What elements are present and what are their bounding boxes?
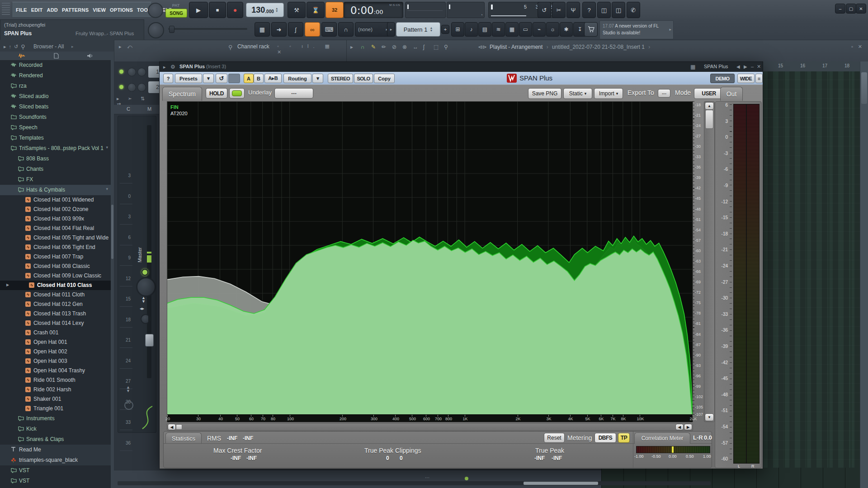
hscroll-thumb[interactable] (176, 424, 182, 430)
browser-item[interactable]: Closed Hat 011 Cloth (0, 290, 111, 300)
playlist-delete-icon[interactable]: ⊘ (392, 44, 396, 50)
menu-item-edit[interactable]: EDIT (31, 7, 43, 13)
browser-item[interactable]: Recorded (0, 60, 111, 70)
channel-button[interactable]: 2 (148, 81, 160, 93)
browser-item[interactable]: VST (0, 465, 111, 476)
redo-button-disabled[interactable] (228, 74, 240, 83)
spectrum-hscrollbar[interactable]: ◀ ◀ ▶ (167, 423, 693, 431)
tempo-display[interactable]: 130.000 ▲▼ (246, 3, 284, 17)
browser-item[interactable]: Chants (0, 164, 111, 174)
rack-swap-icon[interactable]: ⤺ (127, 44, 132, 50)
playlist-menu-icon[interactable]: ▸ (350, 44, 353, 50)
expanded-chevron-icon[interactable]: ▾ (106, 187, 108, 191)
browser-item[interactable]: Closed Hat 001 Widened (0, 195, 111, 205)
plugin-titlebar[interactable]: ▸ ⚙ SPAN Plus (Insert 3) ▦ SPAN Plus ◀ ▶… (160, 62, 763, 72)
one-click-audio-button[interactable]: ➜ (271, 22, 287, 37)
preset-a-button[interactable]: A (244, 74, 254, 83)
static-button[interactable]: Static▾ (563, 88, 592, 99)
wide-button[interactable]: WIDE (737, 74, 755, 83)
playlist-file[interactable]: untitled_2022-07-20 21-52-08_Insert 1 (552, 44, 645, 50)
browser-item[interactable]: Ride 001 Smooth (0, 375, 111, 385)
channel-led[interactable] (119, 85, 123, 89)
statistics-tab[interactable]: Statistics (165, 432, 202, 444)
browser-item[interactable]: Closed Hat 009 Low Classic (0, 271, 111, 281)
hscroll-left-button[interactable]: ◀ (168, 424, 176, 430)
monitor-button[interactable]: ▦ (255, 22, 270, 37)
pat-song-switch[interactable]: PAT SONG (165, 2, 186, 17)
rack-more-button[interactable]: ... (425, 473, 429, 479)
vscroll-down-button[interactable]: ▼ (705, 413, 714, 421)
browser-item[interactable]: Open Hat 001 (0, 338, 111, 347)
browser-item[interactable]: Crash 001 (0, 328, 111, 338)
rack-title[interactable]: Channel rack (237, 43, 269, 50)
plugin-detach-icon[interactable]: – (751, 64, 754, 69)
reset-button[interactable]: Reset (544, 433, 565, 443)
browser-scrollbar-thumb[interactable] (111, 205, 113, 259)
pat-mode-label[interactable]: PAT (167, 2, 184, 9)
browser-item[interactable]: Hats & Cymbals▾ (0, 185, 111, 195)
add-pattern-button[interactable]: + (441, 25, 449, 34)
channel-button[interactable]: 1 (148, 66, 160, 78)
time-display[interactable]: M:S:CS 0:00:00 (344, 2, 403, 18)
import-button[interactable]: Import▾ (594, 88, 623, 99)
menu-item-view[interactable]: VIEW (93, 7, 106, 13)
browser-item[interactable]: Closed Hat 008 Classic (0, 262, 111, 271)
link-controllers-button[interactable]: ∞ (305, 22, 320, 37)
main-pitch-slider[interactable] (168, 28, 247, 30)
toggle-touch-button[interactable]: ✱ (560, 22, 573, 37)
browser-item[interactable]: Closed Hat 005 Tight and Wide (0, 233, 111, 243)
tempo-stepper[interactable]: ▲▼ (275, 7, 278, 12)
browser-item[interactable]: 808 Bass (0, 154, 111, 164)
browser-item[interactable]: Soundfonts (0, 112, 111, 122)
copy-a-to-b-button[interactable]: A▸B (264, 74, 282, 83)
expanded-chevron-icon[interactable]: ▾ (106, 145, 108, 150)
demo-button[interactable]: DEMO (710, 74, 735, 83)
help-button[interactable]: ? (582, 2, 596, 18)
browser-item[interactable]: ▶Closed Hat 010 Class (0, 281, 111, 290)
waveform-tab-icon[interactable] (18, 53, 25, 59)
copy-button[interactable]: Copy (374, 74, 395, 83)
browser-item[interactable]: Instruments (0, 413, 111, 424)
playback-position-panel[interactable]: ◔ (447, 2, 485, 18)
browser-item[interactable]: VST (0, 476, 111, 486)
menu-item-patterns[interactable]: PATTERNS (62, 7, 89, 13)
browser-item[interactable]: Closed Hat 002 Ozone (0, 205, 111, 214)
plugin-prev-icon[interactable]: ◀ (736, 64, 740, 69)
toggle-channel-rack-button[interactable]: ▤ (478, 22, 491, 37)
playlist-select-icon[interactable]: ⬚ (434, 44, 439, 50)
browser-item[interactable]: Closed Hat 003 909x (0, 214, 111, 224)
pattern-stepper[interactable]: ▲▼ (429, 27, 433, 32)
menu-item-options[interactable]: OPTIONS (110, 7, 133, 13)
stereo-button[interactable]: STEREO (328, 74, 353, 83)
shop-button[interactable] (584, 22, 598, 37)
channel-led[interactable] (119, 70, 123, 74)
playlist-close-icon[interactable]: ✕ (858, 44, 862, 50)
secondary-knob[interactable] (148, 22, 164, 38)
browser-item[interactable]: Open Hat 003 (0, 357, 111, 366)
undo-button[interactable]: ↺ (538, 2, 551, 18)
playlist-scrollbar[interactable] (860, 61, 868, 488)
scroll-updown-icon[interactable]: ▲▼ (126, 385, 130, 393)
slice-tool-button[interactable]: ʃ (288, 22, 303, 37)
channel-row-1[interactable]: 1 (114, 65, 159, 79)
browser-item[interactable]: Snares & Claps (0, 434, 111, 445)
playlist-slice-icon[interactable]: ʃ (423, 44, 425, 50)
export-to-button[interactable]: --- (658, 89, 670, 98)
solo-button[interactable]: SOLO (354, 74, 373, 83)
playlist-paint-icon[interactable]: ✏ (382, 44, 386, 50)
plugin-close-icon[interactable]: ✕ (757, 64, 761, 70)
playlist-pencil-icon[interactable]: ✎ (371, 44, 376, 50)
playlist-scrollbar-thumb[interactable] (861, 72, 867, 104)
browser-item[interactable]: trisamples-square_black (0, 455, 111, 465)
correlation-tab[interactable]: Correlation Meter (634, 432, 690, 444)
spectrum-display[interactable]: FIN AT2020 20304050607080100200300400500… (167, 101, 693, 422)
browser-item[interactable]: TriSamples - 808..pstep Pack Vol 1▾ (0, 143, 111, 154)
countdown-button[interactable]: 32 (326, 2, 344, 18)
toggle-tempo-tap-button[interactable]: ☼ (546, 22, 559, 37)
presets-chevron-button[interactable]: ▾ (203, 74, 214, 83)
channel-row-2[interactable]: 2 (114, 80, 159, 94)
rack-hscrollbar[interactable] (118, 481, 711, 485)
browser-item[interactable]: Sliced beats (0, 102, 111, 112)
browser-item[interactable]: Sliced audio (0, 91, 111, 102)
browser-item[interactable]: Read Me (0, 445, 111, 455)
